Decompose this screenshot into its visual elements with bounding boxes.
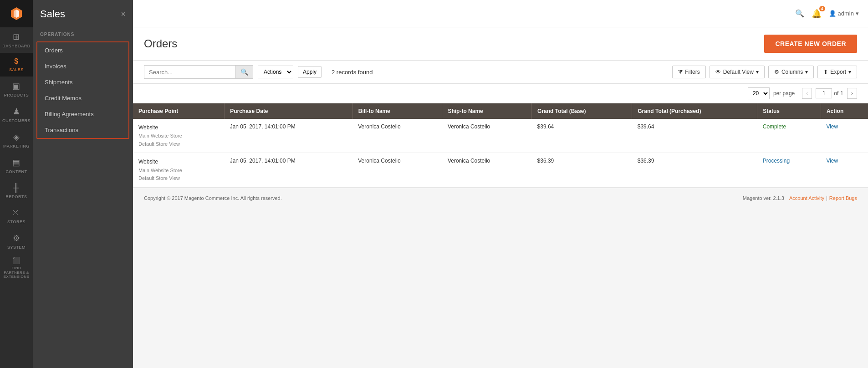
cell-action-0[interactable]: View [821,119,868,153]
prev-page-button[interactable]: ‹ [802,88,812,99]
notification-badge: 4 [819,6,825,11]
records-count: 2 records found [332,69,373,76]
of-label: of [834,90,838,97]
export-label: Export [830,69,846,75]
gear-icon: ⚙ [774,69,779,75]
search-input[interactable] [144,66,235,78]
page-header: Orders Create New Order [133,27,868,61]
filters-button[interactable]: ⧩ Filters [672,66,706,78]
customers-icon: ♟ [13,107,20,117]
flyout-menu-orders[interactable]: Orders [37,42,128,58]
flyout-menu-shipments[interactable]: Shipments [37,74,128,90]
export-button[interactable]: ⬆ Export ▾ [817,66,857,78]
columns-button[interactable]: ⚙ Columns ▾ [768,66,814,78]
reports-icon: ╫ [13,183,19,193]
sidebar-item-dashboard[interactable]: ⊞ DASHBOARD [0,27,33,53]
cell-ship-to-0: Veronica Costello [442,119,532,153]
main-content: 🔍 🔔 4 👤 admin ▾ Orders Create New Order … [133,0,868,368]
sidebar-item-label: CONTENT [6,169,27,174]
version-text: Magento ver. 2.1.3 [743,195,784,201]
products-icon: ▣ [12,81,20,91]
col-bill-to: Bill-to Name [352,103,442,119]
sidebar-item-label: MARKETING [3,144,30,148]
search-button[interactable]: 🔍 [235,66,253,78]
svg-marker-1 [14,10,16,18]
sidebar-item-system[interactable]: ⚙ SYSTEM [0,229,33,254]
cell-purchase-date-0: Jan 05, 2017, 14:01:00 PM [225,119,353,153]
sidebar-item-label: REPORTS [6,194,27,199]
flyout-close-button[interactable]: × [121,10,126,19]
apply-button[interactable]: Apply [298,66,322,78]
cell-purchase-point-0: Website Main Website Store Default Store… [133,119,225,153]
flyout-menu-invoices[interactable]: Invoices [37,58,128,74]
sidebar-item-products[interactable]: ▣ PRODUCTS [0,77,33,102]
footer-separator: | [826,195,827,201]
sidebar-item-label: SYSTEM [7,245,26,250]
sidebar-item-sales[interactable]: $ SALES [0,53,33,77]
notifications-icon[interactable]: 🔔 4 [812,9,822,19]
sidebar-item-content[interactable]: ▤ CONTENT [0,153,33,179]
sidebar-item-reports[interactable]: ╫ REPORTS [0,179,33,204]
footer-links: Magento ver. 2.1.3 Account Activity | Re… [743,195,857,201]
export-chevron-icon: ▾ [848,69,851,75]
flyout-header: Sales × [33,0,133,26]
cell-ship-to-1: Veronica Costello [442,153,532,187]
default-view-button[interactable]: 👁 Default View ▾ [710,66,765,78]
orders-table: Purchase Point Purchase Date Bill-to Nam… [133,103,868,188]
admin-username: admin [838,10,854,17]
magento-logo-icon [9,6,24,21]
icon-sidebar: ⊞ DASHBOARD $ SALES ▣ PRODUCTS ♟ CUSTOME… [0,0,33,368]
sidebar-item-marketing[interactable]: ◈ MARKETING [0,128,33,153]
account-activity-link[interactable]: Account Activity [789,195,824,201]
cell-action-1[interactable]: View [821,153,868,187]
next-page-button[interactable]: › [847,88,857,99]
cell-grand-total-purchased-1: $36.39 [632,153,757,187]
page-footer: Copyright © 2017 Magento Commerce Inc. A… [133,188,868,208]
table-row: Website Main Website Store Default Store… [133,153,868,187]
search-icon[interactable]: 🔍 [795,9,804,18]
sidebar-item-extensions[interactable]: ⬛ FIND PARTNERS & EXTENSIONS [0,254,33,282]
total-pages: 1 [840,90,843,97]
flyout-sidebar: Sales × Operations Orders Invoices Shipm… [33,0,133,368]
actions-select[interactable]: Actions [258,66,293,78]
flyout-menu-transactions[interactable]: Transactions [37,122,128,138]
create-order-button[interactable]: Create New Order [764,35,857,53]
flyout-section-label: Operations [33,26,133,40]
sidebar-item-customers[interactable]: ♟ CUSTOMERS [0,102,33,128]
sidebar-item-stores[interactable]: ⛌ STORES [0,204,33,229]
toolbar-left: 🔍 Actions Apply 2 records found [144,65,373,79]
view-link-0[interactable]: View [826,123,838,130]
page-number-input[interactable] [816,88,832,98]
flyout-menu-billing-agreements[interactable]: Billing Agreements [37,106,128,122]
columns-chevron-icon: ▾ [805,69,808,75]
sales-icon: $ [14,57,18,66]
cell-status-0: Complete [757,119,821,153]
view-link-1[interactable]: View [826,158,838,164]
extensions-icon: ⬛ [12,257,20,264]
app-logo[interactable] [0,0,33,27]
view-label: Default View [723,69,754,75]
sidebar-item-label: SALES [9,67,24,72]
cell-status-1: Processing [757,153,821,187]
cell-bill-to-1: Veronica Costello [352,153,442,187]
filters-label: Filters [685,69,700,75]
col-purchase-date: Purchase Date [225,103,353,119]
col-purchase-point: Purchase Point [133,103,225,119]
per-page-select[interactable]: 20 30 50 [748,87,770,99]
col-status: Status [757,103,821,119]
admin-user-menu[interactable]: 👤 admin ▾ [829,10,859,17]
report-bugs-link[interactable]: Report Bugs [829,195,857,201]
col-action: Action [821,103,868,119]
view-chevron-icon: ▾ [756,69,759,75]
page-title: Orders [144,37,177,50]
stores-icon: ⛌ [12,208,21,218]
dashboard-icon: ⊞ [13,32,20,42]
flyout-title: Sales [40,8,65,20]
marketing-icon: ◈ [13,132,20,142]
sidebar-item-label: STORES [7,220,26,224]
cell-purchase-point-1: Website Main Website Store Default Store… [133,153,225,187]
per-page-label: per page [773,90,795,97]
copyright-text: Copyright © 2017 Magento Commerce Inc. A… [144,195,282,201]
admin-chevron-icon: ▾ [856,10,859,17]
flyout-menu-credit-memos[interactable]: Credit Memos [37,90,128,106]
